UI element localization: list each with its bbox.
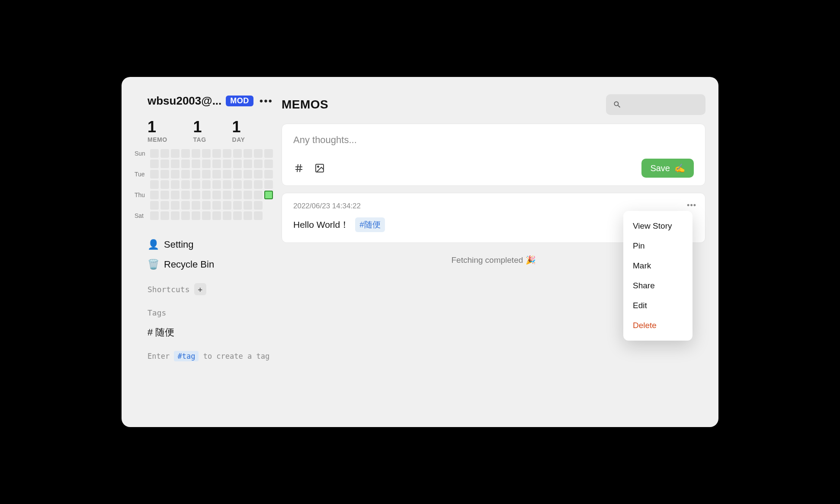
heatmap-cell xyxy=(171,201,180,210)
editor-textarea[interactable]: Any thoughts... xyxy=(293,134,694,146)
heatmap-cell xyxy=(181,149,190,158)
tag-item[interactable]: # 随便 xyxy=(147,323,273,341)
hash-icon[interactable] xyxy=(293,163,305,174)
nav-recycle[interactable]: 🗑️ Recycle Bin xyxy=(147,255,273,274)
heatmap-cell xyxy=(181,201,190,210)
heatmap-cell xyxy=(254,149,263,158)
heatmap-cell xyxy=(264,159,273,168)
menu-pin[interactable]: Pin xyxy=(623,236,693,256)
heatmap-cell xyxy=(212,201,221,210)
menu-share[interactable]: Share xyxy=(623,276,693,296)
heatmap-cell xyxy=(150,180,159,189)
stat-tag: 1 TAG xyxy=(193,118,206,143)
heatmap-cell xyxy=(171,159,180,168)
stat-label: DAY xyxy=(232,136,245,143)
heatmap-cell xyxy=(202,180,211,189)
heatmap-cell xyxy=(254,170,263,179)
heatmap-cell xyxy=(171,211,180,220)
heatmap-cell xyxy=(233,201,242,210)
heatmap-cell xyxy=(244,149,252,158)
tag-hint-chip: #tag xyxy=(174,351,199,361)
heatmap-cell xyxy=(264,180,273,189)
heatmap-cell xyxy=(181,191,190,199)
editor-card: Any thoughts... Save ✍️ xyxy=(282,124,705,186)
username: wbsu2003@... xyxy=(147,94,221,108)
heatmap-cell xyxy=(223,159,231,168)
day-label-sat: Sat xyxy=(135,211,147,220)
heatmap-cell xyxy=(244,201,252,210)
stat-value: 1 xyxy=(232,118,245,136)
heatmap-cell xyxy=(244,159,252,168)
nav-setting-label: Setting xyxy=(164,239,194,250)
heatmap-cell xyxy=(160,191,169,199)
memo-text: Hello World！ xyxy=(293,219,349,231)
heatmap-cell xyxy=(223,191,231,199)
heatmap-cell xyxy=(223,180,231,189)
heatmap-cell xyxy=(192,191,200,199)
heatmap-cell xyxy=(192,201,200,210)
menu-delete[interactable]: Delete xyxy=(623,316,693,335)
heatmap-cell xyxy=(181,180,190,189)
stat-value: 1 xyxy=(193,118,206,136)
stat-label: MEMO xyxy=(147,136,167,143)
save-button[interactable]: Save ✍️ xyxy=(641,159,694,178)
heatmap-cell xyxy=(160,149,169,158)
tag-hint-after: to create a tag xyxy=(203,352,270,360)
day-label-tue: Tue xyxy=(135,170,147,179)
main-area: MEMOS Any thoughts... Save ✍️ xyxy=(282,94,705,414)
nav-setting[interactable]: 👤 Setting xyxy=(147,235,273,255)
day-label-blank xyxy=(135,201,147,210)
heatmap-cell xyxy=(254,191,263,199)
image-icon[interactable] xyxy=(314,163,325,174)
heatmap-cell xyxy=(192,180,200,189)
heatmap-day-labels: Sun Tue Thu Sat xyxy=(135,149,147,220)
heatmap-cell xyxy=(150,170,159,179)
day-label-thu: Thu xyxy=(135,191,147,199)
heatmap-cell xyxy=(202,159,211,168)
heatmap-cell xyxy=(212,191,221,199)
heatmap-cell xyxy=(181,170,190,179)
heatmap-cell xyxy=(150,191,159,199)
heatmap-cell xyxy=(233,191,242,199)
mod-badge: MOD xyxy=(226,96,253,106)
heatmap-cell xyxy=(160,211,169,220)
menu-view-story[interactable]: View Story xyxy=(623,216,693,236)
stat-value: 1 xyxy=(147,118,167,136)
editor-icons xyxy=(293,163,325,174)
heatmap-cell xyxy=(233,211,242,220)
menu-mark[interactable]: Mark xyxy=(623,256,693,276)
heatmap-cell xyxy=(150,211,159,220)
memo-timestamp: 2022/06/23 14:34:22 xyxy=(293,202,694,211)
heatmap-cell xyxy=(244,170,252,179)
editor-toolbar: Save ✍️ xyxy=(293,159,694,178)
day-label-blank xyxy=(135,159,147,168)
heatmap-cell xyxy=(223,201,231,210)
heatmap-cell xyxy=(233,149,242,158)
user-row: wbsu2003@... MOD ••• xyxy=(135,94,273,108)
user-menu-icon[interactable]: ••• xyxy=(258,95,275,107)
search-input[interactable] xyxy=(606,94,705,115)
heatmap-cell xyxy=(160,159,169,168)
memo-more-icon[interactable]: ••• xyxy=(687,201,696,210)
tag-hint: Enter #tag to create a tag xyxy=(135,352,273,360)
svg-line-3 xyxy=(300,164,301,172)
heatmap-cell xyxy=(233,170,242,179)
menu-edit[interactable]: Edit xyxy=(623,296,693,316)
heatmap-cell xyxy=(192,170,200,179)
heatmap-cell xyxy=(171,180,180,189)
add-shortcut-button[interactable]: + xyxy=(194,283,206,295)
heatmap-cell xyxy=(254,180,263,189)
heatmap-cell xyxy=(192,149,200,158)
heatmap-cell xyxy=(254,159,263,168)
heatmap-cell xyxy=(244,191,252,199)
tags-section: Tags xyxy=(135,308,273,317)
heatmap-cell xyxy=(212,149,221,158)
save-label: Save xyxy=(650,163,670,173)
heatmap-cell xyxy=(264,191,273,199)
sidebar: wbsu2003@... MOD ••• 1 MEMO 1 TAG 1 DAY … xyxy=(135,94,282,414)
heatmap-cell xyxy=(212,211,221,220)
app-window: wbsu2003@... MOD ••• 1 MEMO 1 TAG 1 DAY … xyxy=(122,77,718,427)
heatmap-cell xyxy=(212,170,221,179)
stats-row: 1 MEMO 1 TAG 1 DAY xyxy=(135,118,273,143)
memo-tag[interactable]: #随便 xyxy=(355,217,385,232)
